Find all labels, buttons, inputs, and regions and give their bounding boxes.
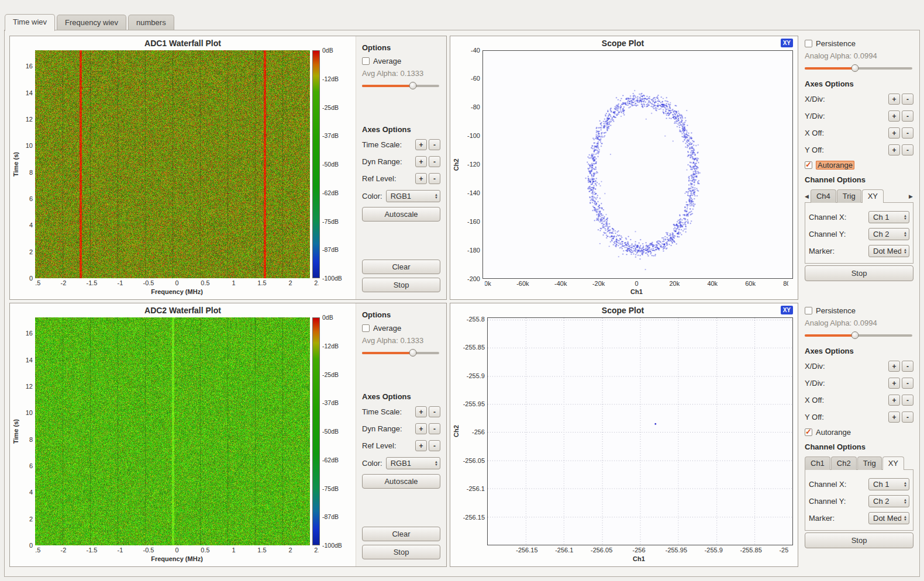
time-scale-minus-button[interactable]: - bbox=[429, 406, 440, 417]
dyn-range-plus-button[interactable]: + bbox=[415, 423, 427, 434]
slider-handle[interactable] bbox=[851, 64, 859, 72]
autorange-label: Autorange bbox=[816, 161, 854, 170]
channel-tab-page: Channel X: Ch 1 ▲ ▼ Channel Y: Ch 2 bbox=[805, 469, 913, 531]
tab-frequency-view[interactable]: Frequency wiev bbox=[57, 15, 126, 30]
stop-button[interactable]: Stop bbox=[362, 278, 440, 292]
dyn-range-plus-button[interactable]: + bbox=[415, 156, 427, 167]
channel-y-combobox[interactable]: Ch 2 ▲ ▼ bbox=[868, 228, 909, 240]
x-div-plus-button[interactable]: + bbox=[888, 94, 900, 105]
autoscale-button[interactable]: Autoscale bbox=[362, 474, 440, 489]
scroll-right-button[interactable]: ▶ bbox=[909, 193, 913, 202]
average-checkbox-box[interactable] bbox=[362, 57, 370, 65]
time-scale-label: Time Scale: bbox=[362, 407, 413, 416]
stop-button[interactable]: Stop bbox=[362, 545, 440, 559]
ref-level-plus-button[interactable]: + bbox=[415, 440, 427, 451]
x-off-minus-button[interactable]: - bbox=[902, 127, 913, 139]
slider-handle[interactable] bbox=[851, 331, 859, 339]
scope1-x-axis-ticks: -80k-60k-40k-20k020k40k60k80k bbox=[485, 280, 788, 289]
scope1-main: Ch2 -40-60-80-100-120-140-160-180-200 bbox=[453, 50, 793, 279]
colorbar-tick-label: -62dB bbox=[322, 189, 339, 196]
marker-combobox[interactable]: Dot Med ▲ ▼ bbox=[868, 245, 909, 257]
channel-x-combobox[interactable]: Ch 1 ▲ ▼ bbox=[868, 211, 909, 223]
ref-level-minus-button[interactable]: - bbox=[429, 173, 440, 184]
y-div-minus-button[interactable]: - bbox=[902, 110, 913, 122]
channel-tab-xy[interactable]: XY bbox=[882, 456, 904, 470]
autorange-checkbox[interactable]: Autorange bbox=[805, 428, 913, 437]
channel-x-combobox[interactable]: Ch 1 ▲ ▼ bbox=[868, 478, 909, 490]
colorbar-tick-label: -37dB bbox=[322, 132, 339, 139]
persistence-checkbox-box[interactable] bbox=[805, 40, 812, 47]
scope1-canvas[interactable] bbox=[483, 51, 792, 278]
y-div-plus-button[interactable]: + bbox=[888, 110, 900, 122]
x-div-plus-button[interactable]: + bbox=[888, 361, 900, 372]
dyn-range-minus-button[interactable]: - bbox=[429, 156, 440, 167]
channel-y-label: Channel Y: bbox=[809, 497, 868, 506]
colorbar-tick-label: -75dB bbox=[322, 485, 339, 492]
channel-tab-trig[interactable]: Trig bbox=[857, 456, 882, 470]
analog-alpha-slider[interactable] bbox=[805, 64, 912, 72]
slider-handle[interactable] bbox=[409, 349, 417, 357]
x-off-plus-button[interactable]: + bbox=[888, 127, 900, 139]
channel-tab-xy[interactable]: XY bbox=[862, 189, 884, 203]
dyn-range-minus-button[interactable]: - bbox=[429, 423, 440, 434]
y-div-plus-button[interactable]: + bbox=[888, 378, 900, 389]
avg-alpha-slider[interactable] bbox=[362, 81, 439, 90]
autorange-checkbox-box[interactable] bbox=[805, 161, 812, 169]
tick-label: -100 bbox=[467, 132, 480, 139]
channel-tab-ch4[interactable]: Ch4 bbox=[811, 189, 836, 203]
y-off-minus-button[interactable]: - bbox=[902, 411, 913, 423]
tab-numbers[interactable]: numbers bbox=[128, 15, 174, 30]
stop-button[interactable]: Stop bbox=[805, 532, 913, 548]
persistence-checkbox[interactable]: Persistence bbox=[805, 306, 913, 315]
clear-button[interactable]: Clear bbox=[362, 260, 440, 274]
clear-button[interactable]: Clear bbox=[362, 527, 440, 541]
channel-y-combobox[interactable]: Ch 2 ▲ ▼ bbox=[868, 495, 909, 507]
color-combobox[interactable]: RGB1 ▲ ▼ bbox=[386, 190, 440, 202]
tab-time-view[interactable]: Time wiev bbox=[5, 14, 55, 31]
channel-tab-ch1[interactable]: Ch1 bbox=[805, 456, 830, 470]
persistence-checkbox-box[interactable] bbox=[805, 307, 812, 314]
adc2-waterfall-canvas[interactable] bbox=[35, 317, 310, 545]
autoscale-button[interactable]: Autoscale bbox=[362, 207, 440, 222]
y-div-minus-button[interactable]: - bbox=[902, 378, 913, 389]
average-checkbox[interactable]: Average bbox=[362, 57, 440, 65]
stop-button[interactable]: Stop bbox=[805, 265, 913, 281]
time-scale-plus-button[interactable]: + bbox=[415, 139, 427, 150]
slider-handle[interactable] bbox=[409, 82, 417, 89]
scope2-canvas[interactable] bbox=[488, 318, 792, 545]
ref-level-minus-button[interactable]: - bbox=[429, 440, 440, 451]
channel-y-value: Ch 2 bbox=[873, 230, 901, 238]
avg-alpha-slider[interactable] bbox=[362, 348, 439, 357]
color-combobox[interactable]: RGB1 ▲ ▼ bbox=[386, 457, 440, 469]
y-off-plus-button[interactable]: + bbox=[888, 411, 900, 423]
persistence-checkbox[interactable]: Persistence bbox=[805, 39, 913, 48]
marker-combobox[interactable]: Dot Med ▲ ▼ bbox=[868, 512, 909, 524]
x-div-minus-button[interactable]: - bbox=[902, 361, 913, 372]
x-div-minus-button[interactable]: - bbox=[902, 94, 913, 105]
y-off-minus-button[interactable]: - bbox=[902, 144, 913, 155]
analog-alpha-slider[interactable] bbox=[805, 331, 912, 340]
average-checkbox-box[interactable] bbox=[362, 324, 370, 332]
autorange-checkbox-box[interactable] bbox=[805, 428, 812, 436]
y-div-row: Y/Div: + - bbox=[805, 110, 913, 122]
colorbar-tick-label: 0dB bbox=[322, 314, 333, 321]
channel-tab-ch2[interactable]: Ch2 bbox=[831, 456, 857, 470]
x-off-plus-button[interactable]: + bbox=[888, 395, 900, 406]
x-off-minus-button[interactable]: - bbox=[902, 395, 913, 406]
average-checkbox[interactable]: Average bbox=[362, 324, 440, 333]
axes-options-header: Axes Options bbox=[362, 392, 440, 401]
color-row: Color: RGB1 ▲ ▼ bbox=[362, 190, 440, 202]
time-scale-minus-button[interactable]: - bbox=[429, 139, 440, 150]
scroll-left-button[interactable]: ◀ bbox=[805, 193, 811, 202]
channel-x-label: Channel X: bbox=[809, 213, 868, 222]
time-scale-plus-button[interactable]: + bbox=[415, 406, 427, 417]
options-header: Options bbox=[362, 43, 440, 52]
ref-level-label: Ref Level: bbox=[362, 174, 413, 183]
slider-fill bbox=[805, 67, 855, 70]
channel-tab-trig[interactable]: Trig bbox=[837, 189, 861, 203]
scope2-y-axis-ticks: -255.8-255.85-255.9-255.95-256-256.05-25… bbox=[460, 317, 487, 545]
y-off-plus-button[interactable]: + bbox=[888, 144, 900, 155]
autorange-checkbox[interactable]: Autorange bbox=[805, 161, 913, 170]
ref-level-plus-button[interactable]: + bbox=[415, 173, 427, 184]
adc1-waterfall-canvas[interactable] bbox=[35, 50, 310, 278]
